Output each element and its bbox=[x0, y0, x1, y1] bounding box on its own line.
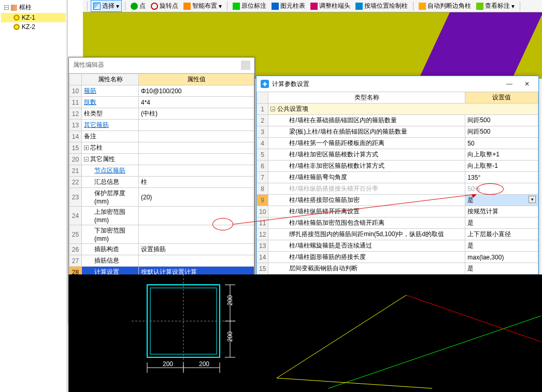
dim-h1: 200 bbox=[226, 295, 234, 306]
view-icon bbox=[476, 3, 483, 10]
property-row[interactable]: 23保护层厚度(mm)(20) bbox=[69, 188, 254, 207]
smart-icon bbox=[183, 3, 191, 10]
select-icon bbox=[93, 3, 101, 10]
property-row[interactable]: 21节点区箍筋 bbox=[69, 165, 254, 177]
section-viewport[interactable]: 200 200 200 200 bbox=[68, 274, 542, 392]
rotate-point-button[interactable]: 旋转点 bbox=[149, 1, 180, 11]
property-link[interactable]: 箍筋 bbox=[84, 87, 96, 94]
settings-row[interactable]: 13柱/墙柱螺旋箍筋是否连续通过是 bbox=[257, 240, 538, 252]
property-row[interactable]: 12柱类型(中柱) bbox=[69, 108, 254, 120]
settings-table: 类型名称设置值 1−公共设置项2柱/墙柱在基础插筋锚固区内的箍筋数量间距5003… bbox=[256, 92, 538, 274]
view-anno-button[interactable]: 查看标注▾ bbox=[474, 1, 517, 11]
settings-row[interactable]: 12绑扎搭接范围内的箍筋间距min(5d,100)中，纵筋d的取值上下层最小直径 bbox=[257, 229, 538, 240]
settings-row[interactable]: 8柱/墙柱纵筋搭接接头错开百分率50% bbox=[257, 183, 538, 195]
property-row[interactable]: 24上加密范围(mm) bbox=[69, 207, 254, 225]
col-type-header: 类型名称 bbox=[268, 92, 465, 104]
settings-row[interactable]: 15层间变截面钢筋自动判断是 bbox=[257, 263, 538, 274]
settings-row[interactable]: 10柱/墙柱纵筋错开距离设置按规范计算 bbox=[257, 206, 538, 217]
folder-icon bbox=[11, 5, 17, 11]
point-icon bbox=[131, 3, 138, 10]
edit-icon bbox=[233, 3, 240, 10]
select-tool-button[interactable]: 选择▾ bbox=[91, 0, 122, 12]
col-value-header: 属性值 bbox=[139, 74, 254, 85]
property-row[interactable]: 22汇总信息柱 bbox=[69, 177, 254, 188]
tree-item-kz1[interactable]: KZ-1 bbox=[1, 13, 66, 22]
property-row[interactable]: 20−其它属性 bbox=[69, 154, 254, 165]
tree-item-kz2[interactable]: KZ-2 bbox=[1, 22, 66, 32]
rotate-icon bbox=[151, 3, 158, 10]
property-link[interactable]: 其它箍筋 bbox=[84, 121, 109, 128]
collapse-icon[interactable]: − bbox=[4, 5, 9, 10]
node-icon bbox=[13, 14, 20, 21]
node-icon bbox=[13, 24, 20, 30]
property-row[interactable]: 25下加密范围(mm) bbox=[69, 225, 254, 244]
settings-row[interactable]: 2柱/墙柱在基础插筋锚固区内的箍筋数量间距500 bbox=[257, 115, 538, 126]
dim-w1: 200 bbox=[163, 360, 173, 368]
draw-icon bbox=[355, 3, 363, 10]
column-list-button[interactable]: 图元柱表 bbox=[269, 1, 307, 11]
dim-h2: 200 bbox=[226, 331, 234, 342]
tree-root-item[interactable]: −框柱 bbox=[1, 2, 66, 13]
component-tree: −框柱 KZ-1 KZ-2 bbox=[0, 0, 67, 392]
property-editor-title: 属性编辑器 bbox=[69, 57, 254, 74]
settings-row[interactable]: 6柱/墙柱非加密区箍筋根数计算方式向上取整-1 bbox=[257, 161, 538, 172]
settings-row[interactable]: 14柱/墙柱圆形箍筋的搭接长度max(lae,300) bbox=[257, 252, 538, 263]
col-setval-header: 设置值 bbox=[465, 92, 538, 104]
settings-row[interactable]: 3梁(板)上柱/墙柱在插筋锚固区内的箍筋数量间距500 bbox=[257, 126, 538, 138]
close-icon[interactable] bbox=[241, 61, 250, 70]
column-shape bbox=[404, 12, 542, 79]
settings-row[interactable]: 4柱/墙柱第一个箍筋距楼板面的距离50 bbox=[257, 138, 538, 149]
property-link[interactable]: 肢数 bbox=[84, 98, 96, 106]
dim-w2: 200 bbox=[199, 360, 209, 368]
settings-row[interactable]: 1−公共设置项 bbox=[257, 104, 538, 115]
minimize-button[interactable]: — bbox=[502, 79, 517, 89]
list-icon bbox=[272, 3, 279, 10]
svg-line-12 bbox=[277, 295, 406, 378]
svg-line-13 bbox=[329, 316, 541, 388]
settings-row[interactable]: 9柱/墙柱搭接部位箍筋加密是▾ bbox=[257, 195, 538, 206]
property-row[interactable]: 11肢数4*4 bbox=[69, 97, 254, 108]
chevron-down-icon: ▾ bbox=[116, 3, 119, 10]
svg-line-14 bbox=[406, 295, 541, 342]
property-row[interactable]: 26插筋构造设置插筋 bbox=[69, 244, 254, 255]
property-row[interactable]: 27插筋信息 bbox=[69, 255, 254, 267]
dialog-titlebar[interactable]: ✚ 计算参数设置 — ✕ bbox=[256, 76, 538, 92]
col-name-header: 属性名称 bbox=[82, 74, 139, 85]
settings-row[interactable]: 11柱/墙柱箍筋加密范围包含错开距离是 bbox=[257, 217, 538, 229]
chevron-down-icon: ▾ bbox=[511, 3, 515, 10]
settings-row[interactable]: 7柱/墙柱箍筋弯勾角度135° bbox=[257, 172, 538, 183]
auto-icon bbox=[419, 3, 426, 10]
property-row[interactable]: 15+芯柱 bbox=[69, 142, 254, 154]
property-row[interactable]: 14备注 bbox=[69, 131, 254, 142]
main-toolbar: 选择▾ 点 旋转点 智能布置▾ 原位标注 图元柱表 调整柱端头 按墙位置绘制柱 … bbox=[83, 0, 542, 12]
draw-by-wall-button[interactable]: 按墙位置绘制柱 bbox=[353, 1, 410, 11]
close-button[interactable]: ✕ bbox=[520, 79, 534, 89]
chevron-down-icon: ▾ bbox=[219, 3, 222, 10]
point-tool-button[interactable]: 点 bbox=[129, 1, 148, 11]
smart-place-button[interactable]: 智能布置▾ bbox=[181, 1, 224, 11]
adjust-end-button[interactable]: 调整柱端头 bbox=[308, 1, 352, 11]
chevron-down-icon[interactable]: ▾ bbox=[529, 196, 536, 203]
dialog-title: 计算参数设置 bbox=[272, 80, 309, 89]
orig-anno-button[interactable]: 原位标注 bbox=[231, 1, 268, 11]
settings-row[interactable]: 5柱/墙柱加密区箍筋根数计算方式向上取整+1 bbox=[257, 149, 538, 161]
auto-corner-button[interactable]: 自动判断边角柱 bbox=[417, 1, 473, 11]
property-row[interactable]: 13其它箍筋 bbox=[69, 120, 254, 131]
property-row[interactable]: 10箍筋Φ10@100/200 bbox=[69, 85, 254, 97]
property-link[interactable]: 节点区箍筋 bbox=[94, 167, 125, 174]
adjust-icon bbox=[310, 3, 318, 10]
app-icon: ✚ bbox=[261, 80, 269, 88]
